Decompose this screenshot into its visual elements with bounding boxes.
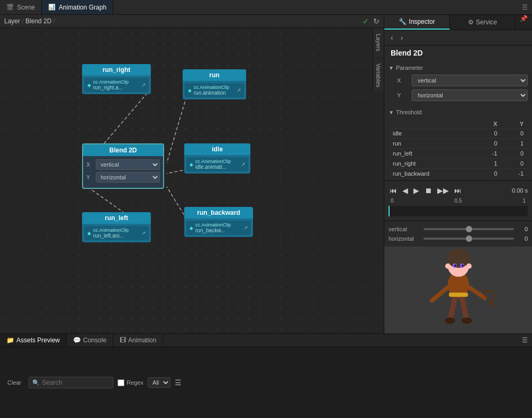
search-input[interactable]	[42, 379, 110, 386]
tab-service[interactable]: ⚙ Service	[450, 15, 516, 30]
param-x-select[interactable]: vertical horizontal	[412, 75, 528, 86]
tab-console[interactable]: 💬 Console	[67, 334, 113, 347]
param-x-row: X vertical horizontal	[389, 73, 528, 88]
svg-point-18	[462, 317, 472, 324]
param-vertical-label: vertical	[389, 226, 420, 232]
parameter-section: ▼ Parameter X vertical horizontal Y hor	[384, 60, 532, 105]
inspector-tab-label: Inspector	[409, 18, 435, 25]
layers-label[interactable]: Layers	[373, 28, 384, 57]
node-idle-clip: ◆ cc.AnimationClip idle.animati... ↗	[186, 157, 248, 171]
tab-animation[interactable]: 🎞 Animation	[113, 334, 163, 347]
node-run-right[interactable]: run_right ◆ cc.AnimationClip run_right.a…	[82, 64, 151, 94]
param-vertical-slider[interactable]	[423, 228, 514, 230]
node-idle-body: ◆ cc.AnimationClip idle.animati... ↗	[184, 155, 250, 174]
table-row: run01	[389, 139, 528, 149]
back-button[interactable]: ‹	[389, 32, 395, 43]
param-y-select[interactable]: horizontal vertical	[412, 89, 528, 101]
graph-panel: Layer / Blend 2D / ✓ ↻	[0, 15, 384, 333]
node-run-left[interactable]: run_left ◆ cc.AnimationClip run_left.ani…	[82, 212, 151, 242]
parameter-header[interactable]: ▼ Parameter	[389, 62, 528, 73]
svg-point-20	[445, 263, 450, 269]
inspector-tab-icon: 🔧	[399, 18, 407, 25]
svg-line-15	[450, 298, 455, 319]
svg-point-11	[462, 265, 464, 267]
param-vertical-value: 0	[517, 226, 528, 232]
regex-checkbox[interactable]	[118, 379, 124, 386]
node-run-right-clip: ◆ cc.AnimationClip run_right.a... ↗	[84, 78, 149, 92]
svg-point-7	[447, 249, 470, 268]
tab-animation-graph[interactable]: 📊 Animation Graph	[42, 0, 113, 14]
top-tab-bar: 🎬 Scene 📊 Animation Graph ☰	[0, 0, 532, 15]
console-tab-label: Console	[83, 337, 106, 344]
inspector-nav: ‹ ›	[384, 30, 532, 46]
assets-icon: 📁	[6, 337, 14, 344]
diamond-icon: ◆	[87, 231, 91, 236]
step-back-button[interactable]: ◀	[401, 185, 409, 196]
threshold-label: Threshold	[396, 109, 422, 115]
blend-2d-node[interactable]: Blend 2D X vertical horizontal Y	[82, 143, 164, 189]
service-tab-icon: ⚙	[468, 19, 474, 26]
skip-back-button[interactable]: ⏮	[389, 185, 398, 196]
tab-animation-graph-label: Animation Graph	[59, 4, 106, 11]
param-y-label: Y	[397, 92, 408, 98]
threshold-header[interactable]: ▼ Threshold	[389, 107, 528, 117]
tab-scene[interactable]: 🎬 Scene	[0, 0, 42, 14]
node-run-backward[interactable]: run_backward ◆ cc.AnimationClip run_back…	[184, 207, 253, 237]
bottom-panel: 📁 Assets Preview 💬 Console 🎞 Animation ☰…	[0, 333, 532, 418]
tab-assets-preview[interactable]: 📁 Assets Preview	[0, 334, 67, 347]
blend-y-label: Y	[86, 174, 93, 180]
blend-2d-body: X vertical horizontal Y horizontal verti…	[83, 156, 163, 188]
tab-inspector[interactable]: 🔧 Inspector	[384, 15, 450, 30]
node-run[interactable]: run ◆ cc.AnimationClip run.animation ↗	[183, 69, 246, 99]
pin-icon[interactable]: 📌	[516, 15, 532, 30]
stop-button[interactable]: ⏹	[423, 185, 433, 196]
threshold-table: X Y idle00run01run_left-10run_right10run…	[389, 120, 528, 178]
animation-icon: 📊	[48, 4, 56, 11]
character-svg	[405, 247, 511, 333]
node-run-body: ◆ cc.AnimationClip run.animation ↗	[183, 81, 246, 99]
param-horizontal-slider[interactable]	[423, 238, 514, 240]
search-box[interactable]: 🔍	[29, 377, 113, 388]
param-x-label: X	[397, 77, 408, 84]
variables-label[interactable]: Variables	[373, 60, 384, 92]
expand-icon[interactable]: ↗	[241, 161, 245, 167]
timeline-track[interactable]	[389, 206, 528, 216]
node-run-right-title: run_right	[82, 64, 151, 76]
skip-forward-button[interactable]: ⏭	[453, 185, 463, 196]
clear-button[interactable]: Clear	[4, 378, 24, 387]
regex-text: Regex	[127, 379, 143, 386]
search-icon: 🔍	[32, 379, 40, 386]
menu-icon[interactable]: ☰	[522, 4, 532, 11]
forward-button[interactable]: ›	[399, 32, 405, 43]
table-row: idle00	[389, 129, 528, 139]
table-row: run_left-10	[389, 149, 528, 159]
blend-x-label: X	[86, 161, 93, 168]
regex-label[interactable]: Regex	[118, 379, 143, 386]
expand-icon[interactable]: ↗	[141, 82, 146, 88]
timeline-ruler: 0 0.5 1	[389, 198, 528, 204]
node-run-left-clip: ◆ cc.AnimationClip run_left.ani... ↗	[84, 226, 149, 240]
filter-select[interactable]: All	[148, 377, 170, 388]
inspector-panel: 🔧 Inspector ⚙ Service 📌 ‹ › Blend 2D	[384, 15, 532, 333]
table-row: run_right10	[389, 159, 528, 169]
param-vertical-row: vertical 0	[389, 224, 528, 234]
step-forward-button[interactable]: ▶▶	[436, 185, 450, 196]
play-button[interactable]: ▶	[412, 185, 420, 196]
svg-point-17	[445, 317, 455, 324]
time-display: 0.00 s	[512, 187, 528, 194]
svg-line-16	[462, 298, 466, 319]
expand-icon[interactable]: ↗	[141, 230, 146, 236]
parameter-label: Parameter	[396, 65, 423, 71]
list-view-icon[interactable]: ☰	[175, 378, 182, 387]
bottom-tabs: 📁 Assets Preview 💬 Console 🎞 Animation ☰	[0, 334, 532, 347]
refresh-icon[interactable]: ↻	[373, 17, 380, 25]
bottom-menu-icon[interactable]: ☰	[518, 334, 532, 347]
animation-tab-icon: 🎞	[120, 337, 126, 344]
blend-x-select[interactable]: vertical horizontal	[96, 159, 160, 170]
expand-icon[interactable]: ↗	[237, 87, 241, 93]
chevron-down-icon: ▼	[389, 65, 394, 71]
expand-icon[interactable]: ↗	[244, 225, 248, 231]
blend-y-select[interactable]: horizontal vertical	[96, 172, 160, 183]
node-idle[interactable]: idle ◆ cc.AnimationClip idle.animati... …	[184, 143, 250, 174]
confirm-icon[interactable]: ✓	[363, 17, 369, 25]
